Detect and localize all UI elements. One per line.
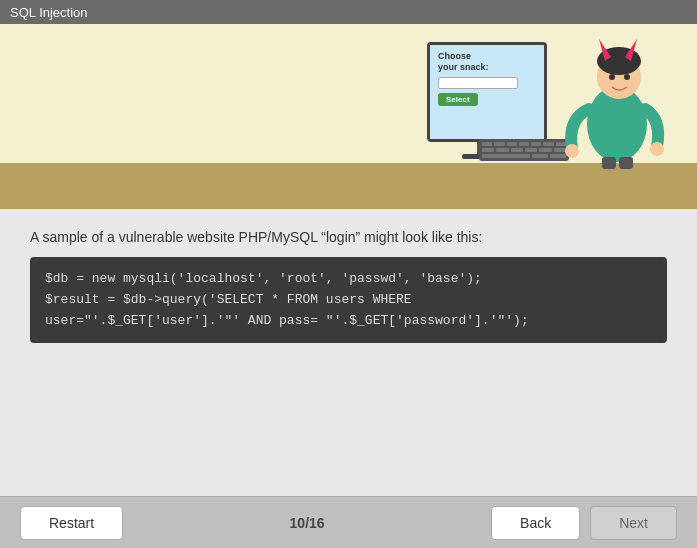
description-text: A sample of a vulnerable website PHP/MyS… [30,229,667,245]
illustration-area: Choose your snack: Select [0,24,697,209]
key [519,142,529,146]
keyboard [479,139,569,161]
back-button[interactable]: Back [491,506,580,540]
monitor-container: Choose your snack: Select [427,42,557,187]
key [531,142,541,146]
title-bar: SQL Injection [0,0,697,24]
key [539,148,551,152]
svg-point-8 [650,142,664,156]
text-area: A sample of a vulnerable website PHP/MyS… [0,209,697,496]
key [511,148,523,152]
key [525,148,537,152]
monitor-screen: Choose your snack: Select [430,45,544,139]
main-content: Choose your snack: Select [0,24,697,548]
key [496,148,508,152]
svg-rect-9 [602,157,616,169]
code-block: $db = new mysqli('localhost', 'root', 'p… [30,257,667,343]
key [543,142,553,146]
key [482,148,494,152]
keyboard-row-3 [482,154,566,158]
key [482,154,530,158]
svg-point-7 [565,144,579,158]
hacker-character [557,24,677,169]
key [507,142,517,146]
title-text: SQL Injection [10,5,88,20]
keyboard-row-2 [482,148,566,152]
svg-point-5 [609,74,615,80]
key [494,142,504,146]
screen-select-button[interactable]: Select [438,93,478,106]
restart-button[interactable]: Restart [20,506,123,540]
next-button[interactable]: Next [590,506,677,540]
page-counter: 10/16 [290,515,325,531]
right-nav-group: Back Next [491,506,677,540]
svg-point-6 [624,74,630,80]
monitor: Choose your snack: Select [427,42,547,142]
svg-rect-10 [619,157,633,169]
key [532,154,548,158]
key [482,142,492,146]
keyboard-row-1 [482,142,566,146]
screen-title: Choose your snack: [438,51,489,73]
bottom-nav: Restart 10/16 Back Next [0,496,697,548]
screen-input-field [438,77,518,89]
